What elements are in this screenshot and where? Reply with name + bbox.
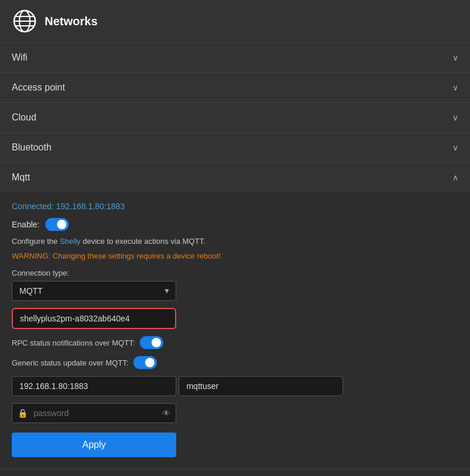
generic-label: Generic status update over MQTT: <box>12 358 129 367</box>
shelly-link[interactable]: Shelly <box>60 237 80 246</box>
bluetooth-chevron-icon: ∨ <box>452 143 458 152</box>
generic-slider <box>133 356 157 369</box>
eye-icon[interactable]: 👁 <box>162 408 170 418</box>
mqtt-section: Mqtt ∧ Connected: 192.168.1.80:1883 Enab… <box>0 163 470 470</box>
password-wrapper: 🔒 👁 <box>12 403 176 423</box>
cloud-chevron-icon: ∨ <box>452 113 458 122</box>
server-input[interactable] <box>12 376 176 396</box>
generic-toggle-row: Generic status update over MQTT: <box>12 356 458 369</box>
mqtt-enable-toggle[interactable] <box>45 218 69 231</box>
rpc-slider <box>140 336 163 349</box>
cloud-section: Cloud ∨ <box>0 103 470 133</box>
mqtt-content: Connected: 192.168.1.80:1883 Enable: Con… <box>0 192 470 469</box>
wifi-chevron-icon: ∨ <box>452 53 458 62</box>
page-header: Networks <box>0 0 470 43</box>
bluetooth-header[interactable]: Bluetooth ∨ <box>0 133 470 162</box>
connection-type-select[interactable]: MQTT MQTTS WS WSS <box>12 281 176 301</box>
bluetooth-label: Bluetooth <box>12 142 52 153</box>
configure-suffix: device to execute actions via MQTT. <box>80 237 205 246</box>
access-point-label: Access point <box>12 82 65 93</box>
page-title: Networks <box>45 15 98 28</box>
mqtt-enable-row: Enable: <box>12 218 458 231</box>
mqtt-label: Mqtt <box>12 172 30 183</box>
rpc-toggle-row: RPC status notifications over MQTT: <box>12 336 458 349</box>
client-id-input[interactable] <box>12 308 176 329</box>
connection-type-label: Connection type: <box>12 269 458 277</box>
cloud-label: Cloud <box>12 112 36 123</box>
wifi-section: Wifi ∨ <box>0 43 470 73</box>
mqtt-enable-label: Enable: <box>12 220 39 229</box>
configure-prefix: Configure the <box>12 237 60 246</box>
globe-icon <box>12 8 38 34</box>
generic-toggle[interactable] <box>133 356 157 369</box>
connection-type-wrapper: MQTT MQTTS WS WSS ▼ <box>12 281 176 301</box>
mqtt-enable-slider <box>45 218 69 231</box>
bluetooth-section: Bluetooth ∨ <box>0 133 470 163</box>
cloud-header[interactable]: Cloud ∨ <box>0 103 470 132</box>
mqtt-configure-text: Configure the Shelly device to execute a… <box>12 237 458 246</box>
mqtt-header[interactable]: Mqtt ∧ <box>0 163 470 192</box>
access-point-header[interactable]: Access point ∨ <box>0 73 470 102</box>
access-point-chevron-icon: ∨ <box>452 83 458 92</box>
username-input[interactable] <box>179 376 343 396</box>
wifi-label: Wifi <box>12 52 28 63</box>
password-input[interactable] <box>12 403 176 423</box>
rpc-toggle[interactable] <box>140 336 163 349</box>
apply-button[interactable]: Apply <box>12 433 176 457</box>
lock-icon: 🔒 <box>18 408 28 418</box>
mqtt-warning-text: WARNING: Changing these settings require… <box>12 252 458 260</box>
rpc-label: RPC status notifications over MQTT: <box>12 338 135 347</box>
access-point-section: Access point ∨ <box>0 73 470 103</box>
mqtt-connected-status: Connected: 192.168.1.80:1883 <box>12 202 458 211</box>
wifi-header[interactable]: Wifi ∨ <box>0 43 470 72</box>
mqtt-chevron-icon: ∧ <box>452 173 458 182</box>
